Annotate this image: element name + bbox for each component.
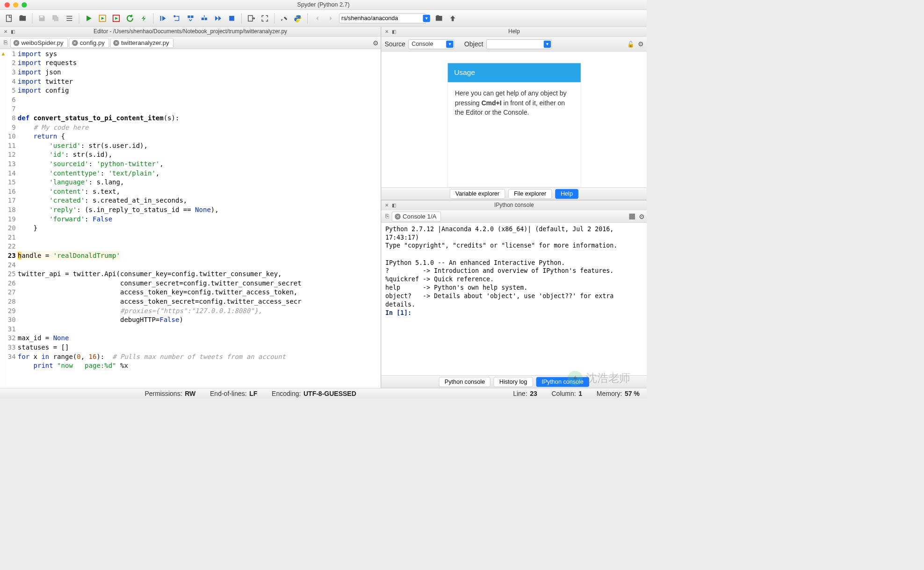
svg-rect-16 [205, 17, 207, 20]
svg-rect-13 [188, 15, 190, 18]
tab-weibospider[interactable]: ✕weiboSpider.py [10, 38, 67, 48]
editor-tabs: ⎘ ✕weiboSpider.py ✕config.py ✕twitterana… [0, 37, 381, 49]
svg-marker-17 [215, 16, 218, 21]
usage-text: Here you can get help of any object by p… [448, 82, 580, 124]
exit-debug-button[interactable] [245, 13, 257, 24]
window-title: Spyder (Python 2.7) [0, 1, 647, 8]
tab-help[interactable]: Help [555, 189, 578, 199]
svg-rect-1 [40, 16, 43, 18]
help-body: Usage Here you can get help of any objec… [382, 52, 647, 188]
object-label: Object [464, 40, 483, 48]
help-options-icon[interactable]: ⚙ [638, 40, 644, 48]
kernel-status-icon [629, 213, 635, 219]
console-tabs: ⎘ ✕Console 1/A ⚙ [382, 210, 647, 223]
python-path-button[interactable] [292, 13, 303, 24]
run-cell-advance-button[interactable] [111, 13, 122, 24]
close-tab-icon[interactable]: ✕ [14, 40, 20, 46]
warning-icon: ▲ [0, 51, 7, 57]
svg-rect-15 [202, 17, 204, 20]
console-tab[interactable]: ✕Console 1/A [392, 212, 441, 221]
svg-point-22 [299, 20, 300, 21]
back-button[interactable] [311, 13, 323, 24]
watermark: ✦沈浩老师 [568, 371, 630, 386]
step-out-button[interactable] [199, 13, 210, 24]
run-config-button[interactable] [138, 13, 149, 24]
tab-variable-explorer[interactable]: Variable explorer [450, 189, 505, 199]
tab-list-button[interactable]: ⎘ [383, 213, 390, 220]
svg-marker-7 [101, 17, 104, 20]
tab-python-console[interactable]: Python console [439, 377, 491, 387]
svg-point-12 [173, 15, 176, 17]
close-tab-icon[interactable]: ✕ [113, 40, 119, 46]
tab-history-log[interactable]: History log [494, 377, 533, 387]
usage-title: Usage [448, 63, 580, 82]
help-toolbar: Source Console▼ Object ▼ 🔓 ⚙ [382, 37, 647, 51]
debug-step-button[interactable] [158, 13, 169, 24]
svg-rect-4 [66, 20, 72, 21]
ipython-console[interactable]: Python 2.7.12 |Anaconda 4.2.0 (x86_64)| … [382, 223, 647, 375]
fullscreen-button[interactable] [259, 13, 270, 24]
help-pane-header: ✕ ◧ Help [382, 27, 647, 37]
continue-button[interactable] [212, 13, 224, 24]
run-button[interactable] [83, 13, 94, 24]
svg-rect-19 [229, 16, 234, 21]
tab-file-explorer[interactable]: File explorer [508, 189, 552, 199]
svg-marker-11 [162, 16, 166, 21]
object-select[interactable]: ▼ [486, 39, 552, 49]
forward-button[interactable] [325, 13, 337, 24]
new-file-button[interactable] [3, 13, 14, 24]
statusbar: Permissions:RW End-of-lines:LF Encoding:… [0, 388, 647, 399]
close-tab-icon[interactable]: ✕ [395, 213, 401, 219]
tab-list-button[interactable]: ⎘ [2, 39, 9, 46]
tab-twitteranalyzer[interactable]: ✕twitteranalyzer.py [110, 38, 173, 48]
preferences-button[interactable] [279, 13, 290, 24]
run-cell-button[interactable] [97, 13, 108, 24]
editor-pane-header: ✕ ◧ Editor - /Users/shenhao/Documents/No… [0, 27, 381, 37]
browse-dir-button[interactable] [433, 13, 445, 24]
lock-icon[interactable]: 🔓 [627, 40, 634, 47]
tab-config[interactable]: ✕config.py [69, 38, 109, 48]
svg-point-21 [296, 16, 297, 17]
svg-marker-5 [87, 15, 92, 21]
svg-marker-18 [218, 16, 221, 21]
working-dir-dropdown[interactable]: ▼ [423, 15, 430, 22]
svg-rect-14 [191, 15, 193, 18]
step-over-button[interactable] [185, 13, 196, 24]
working-dir-input[interactable] [339, 13, 426, 23]
svg-rect-10 [160, 16, 161, 21]
svg-rect-20 [248, 15, 253, 21]
save-button[interactable] [36, 13, 48, 24]
open-file-button[interactable] [17, 13, 28, 24]
svg-rect-3 [66, 18, 72, 19]
source-label: Source [385, 40, 405, 48]
console-pane-header: ✕ ◧ IPython console [382, 200, 647, 210]
console-options-icon[interactable]: ⚙ [639, 212, 645, 220]
svg-marker-9 [115, 17, 118, 20]
save-all-button[interactable] [50, 13, 61, 24]
stop-button[interactable] [226, 13, 238, 24]
code-editor[interactable]: ▲ 12345678910111213141516171819202122232… [0, 49, 381, 388]
rerun-button[interactable] [124, 13, 136, 24]
svg-rect-2 [66, 16, 72, 17]
outline-button[interactable] [64, 13, 75, 24]
editor-options-icon[interactable]: ⚙ [373, 39, 379, 47]
close-tab-icon[interactable]: ✕ [72, 40, 78, 46]
parent-dir-button[interactable] [447, 13, 458, 24]
step-into-button[interactable] [171, 13, 182, 24]
source-select[interactable]: Console▼ [409, 39, 455, 49]
titlebar: Spyder (Python 2.7) [0, 0, 647, 10]
main-toolbar: ▼ [0, 10, 647, 27]
